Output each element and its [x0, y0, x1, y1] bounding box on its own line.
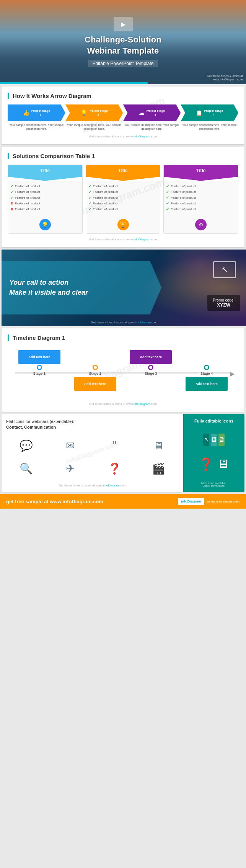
- comparison-footer: Get these slides & icons at www.InfoDiag…: [8, 238, 238, 241]
- footer-logo-sub: pre-designed editable slides: [207, 500, 240, 503]
- check-icon: ✔: [88, 184, 91, 188]
- check-icon: ✔: [10, 190, 13, 194]
- hero-infodiagram: Get these slides & icons at www.infoDiag…: [207, 74, 243, 81]
- comp-col-2: Title ✔Feature of product ✔Feature of pr…: [86, 165, 161, 234]
- icons-right-grid: ↖ 🖥 🖥: [203, 434, 225, 446]
- icons-right-big: ❓ 🖥: [199, 457, 229, 472]
- arrow-desc-2: Your sample description here. Your sampl…: [65, 123, 123, 131]
- comp-header-2: Title: [86, 165, 160, 181]
- arrow-icon-2: 💡: [81, 110, 87, 116]
- check-icon: ✔: [88, 201, 91, 206]
- comp-bottom-3: ⚙: [164, 216, 238, 233]
- icons-right-footer: More icons available.Check our website.: [201, 482, 226, 487]
- comparison-slide: infoDiagram.com Solutions Comparison Tab…: [2, 147, 244, 247]
- arrow-shape-2: 💡 Project stage2: [65, 104, 123, 121]
- hero-title: Challenge-SolutionWebinar Template: [85, 34, 161, 56]
- comp-bottom-icon-1: 💡: [39, 219, 51, 230]
- comp-features-3: ✔Feature of product ✔Feature of product …: [164, 181, 238, 216]
- feat-1-5: ✘Feature of product: [10, 207, 80, 211]
- footer-logo-text: info: [181, 499, 187, 503]
- arrow-item-2: 💡 Project stage2 Your sample description…: [65, 104, 123, 131]
- arrow-shape-3: ☁ Project stage3: [123, 104, 181, 121]
- arrow-item-3: ☁ Project stage3 Your sample description…: [123, 104, 181, 131]
- arrow-label-4: Project stage4: [204, 109, 223, 116]
- feat-3-5: ✔Feature of product: [166, 207, 236, 211]
- cta-section: Your call to action Make it visible and …: [2, 250, 246, 326]
- irb-icon-1: ❓: [199, 457, 214, 472]
- check-icon: ✔: [166, 201, 169, 206]
- timeline-stages: Add text here Stage 1 Stage 2 Add text h…: [8, 350, 238, 391]
- t-stage-4: Stage 4 Add text here: [179, 350, 235, 391]
- cta-arrow: Your call to action Make it visible and …: [2, 261, 161, 315]
- check-icon: ✔: [166, 196, 169, 200]
- t-box-top-4: [186, 350, 228, 364]
- arrow-label-1: Project stage1: [31, 109, 50, 116]
- ir-cell-2: 🖥: [211, 434, 217, 446]
- icons-grid: 💬 ✉ " 🖥 🔍 ✈ ❓ 🎬: [6, 434, 179, 480]
- feat-1-4: ✘Feature of product: [10, 201, 80, 206]
- feat-2-4: ✔Feature of product: [88, 201, 158, 206]
- comp-bottom-1: 💡: [8, 216, 82, 233]
- comparison-title: Solutions Comparison Table 1: [8, 153, 238, 159]
- icons-footer: Get these slides & icons at www.InfoDiag…: [6, 484, 179, 487]
- footer-logo-accent: Diagram: [187, 499, 201, 503]
- irb-cell-1: ❓: [199, 457, 214, 472]
- icons-left: infoDiagram.com Flat Icons for webinars …: [2, 414, 183, 492]
- icon-cell-4: 🖥: [138, 436, 179, 455]
- t-label-3: Stage 3: [145, 372, 157, 375]
- t-dot-1: [37, 365, 42, 370]
- t-box-bottom-3: [130, 377, 172, 391]
- hero-bottom-bar: [0, 82, 246, 84]
- feat-3-1: ✔Feature of product: [166, 184, 236, 188]
- arrow-icon-1: 👍: [23, 110, 29, 116]
- icons-right-title: Fully editable icons: [194, 419, 233, 423]
- timeline-container: ▶ Add text here Stage 1 Stage 2 Add text…: [8, 346, 238, 398]
- icon-cell-3: ": [94, 436, 135, 455]
- arrow-shape-4: 📋 Project stage4: [181, 104, 238, 121]
- icon-cell-2: ✉: [50, 436, 90, 455]
- t-stage-3: Add text here Stage 3: [123, 350, 179, 391]
- footer-bar: get free sample at www.infoDiagram.com i…: [0, 494, 246, 509]
- icon-cell-1: 💬: [6, 436, 46, 455]
- check-icon: ✔: [88, 190, 91, 194]
- check-icon: ✔: [10, 196, 13, 200]
- cta-footer: Get these slides & icons at www.infoDiag…: [91, 321, 158, 324]
- icon-cell-8: 🎬: [138, 459, 179, 478]
- hero-subtitle: Editable PowerPoint Template: [88, 60, 158, 67]
- t-box-top-1: Add text here: [18, 350, 60, 364]
- timeline-title: Timeline Diagram 1: [8, 334, 238, 341]
- feat-3-4: ✔Feature of product: [166, 201, 236, 206]
- arrow-row: 👍 Project stage1 Your sample description…: [8, 104, 238, 131]
- t-box-top-2: [74, 350, 116, 364]
- comparison-grid: Title ✔Feature of product ✔Feature of pr…: [8, 165, 238, 234]
- timeline-footer: Get these slides & icons at www.InfoDiag…: [8, 402, 238, 406]
- feat-2-5: ✔Feature of product: [88, 207, 158, 211]
- arrow-item-1: 👍 Project stage1 Your sample description…: [8, 104, 65, 131]
- irb-icon-2: 🖥: [217, 457, 229, 471]
- icon-cell-6: ✈: [50, 459, 90, 478]
- cta-text: Your call to action Make it visible and …: [9, 278, 88, 297]
- t-dot-4: [204, 365, 209, 370]
- check-icon: ✔: [88, 196, 91, 200]
- cta-promo: Promo code: XYZW: [207, 295, 240, 311]
- check-icon: ✔: [88, 207, 91, 211]
- t-box-bottom-1: [18, 377, 60, 391]
- t-label-4: Stage 4: [200, 372, 213, 375]
- t-box-bottom-4: Add text here: [186, 377, 228, 391]
- t-stage-1: Add text here Stage 1: [11, 350, 67, 391]
- check-icon: ✔: [166, 184, 169, 188]
- arrow-diagram-slide: infoDiagram.com How It Works Arrow Diagr…: [2, 86, 244, 144]
- icons-section: infoDiagram.com Flat Icons for webinars …: [2, 414, 244, 492]
- icons-right: Fully editable icons ↖ 🖥 🖥 ❓ 🖥 More icon…: [183, 414, 244, 492]
- feat-2-3: ✔Feature of product: [88, 196, 158, 200]
- comp-bottom-icon-2: 🏆: [117, 219, 129, 230]
- comp-bottom-icon-3: ⚙: [195, 219, 207, 230]
- t-box-top-3: Add text here: [130, 350, 172, 364]
- feat-3-3: ✔Feature of product: [166, 196, 236, 200]
- t-dot-2: [93, 365, 98, 370]
- irb-cell-2: 🖥: [217, 457, 229, 472]
- t-label-1: Stage 1: [33, 372, 46, 375]
- arrow-footer: Get these slides & icons at www.InfoDiag…: [8, 135, 238, 138]
- comp-header-1: Title: [8, 165, 82, 181]
- check-icon: ✔: [166, 190, 169, 194]
